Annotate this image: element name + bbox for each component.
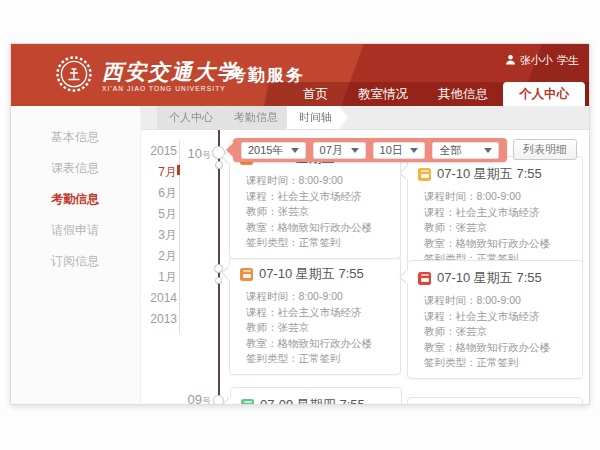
chevron-down-icon <box>410 148 418 153</box>
user-name: 张小小 <box>520 53 553 68</box>
user-role: 学生 <box>557 53 579 68</box>
day-marker-09: 09号 <box>163 390 211 405</box>
timeline-node[interactable] <box>215 161 223 169</box>
card-date: 07-10 星期五 7:55 <box>259 265 364 283</box>
nav-home[interactable]: 首页 <box>288 82 343 106</box>
card-field-course: 课程：社会主义市场经济 <box>418 205 572 221</box>
period-july[interactable]: 7月 <box>141 162 177 183</box>
card-field-teacher: 教师：张芸京 <box>418 324 572 340</box>
card-field-course: 课程：社会主义市场经济 <box>240 189 390 205</box>
sidebar: 基本信息 课表信息 考勤信息 请假申请 订阅信息 <box>11 106 141 404</box>
year-select[interactable]: 2015年 <box>241 142 306 159</box>
attendance-card[interactable]: 07-10 星期五 7:55 课程时间：8:00-9:00 课程：社会主义市场经… <box>407 260 583 379</box>
card-field-course: 课程：社会主义市场经济 <box>240 305 390 321</box>
card-date: 07-10 星期五 7:55 <box>437 165 542 183</box>
user-icon <box>505 54 516 67</box>
day-marker-10: 10号 <box>163 144 211 162</box>
breadcrumb-personal-center[interactable]: 个人中心 <box>157 106 229 129</box>
timeline-period-list: 2015 7月 6月 5月 3月 2月 1月 2014 2013 <box>141 141 177 330</box>
university-name-cn: 西安交通大学 <box>102 60 240 84</box>
day-select[interactable]: 10日 <box>373 142 426 159</box>
sidebar-item-subscription-info[interactable]: 订阅信息 <box>11 246 140 277</box>
card-field-type: 签到类型：正常签到 <box>418 355 572 371</box>
chevron-down-icon <box>484 148 492 153</box>
period-february[interactable]: 2月 <box>141 246 177 267</box>
card-field-time: 课程时间：8:00-9:00 <box>418 189 572 205</box>
calendar-icon <box>241 399 254 406</box>
sidebar-item-attendance-info[interactable]: 考勤信息 <box>11 184 140 215</box>
breadcrumb-attendance-info[interactable]: 考勤信息 <box>222 106 294 129</box>
card-field-type: 签到类型：正常签到 <box>240 235 390 251</box>
card-date: 07-10 星期五 7:55 <box>437 269 542 287</box>
calendar-icon <box>240 268 253 281</box>
period-june[interactable]: 6月 <box>141 183 177 204</box>
card-field-teacher: 教师：张芸京 <box>240 320 390 336</box>
calendar-icon <box>418 168 431 181</box>
card-field-room: 教室：格物致知行政办公楼 <box>240 336 390 352</box>
card-field-room: 教室：格物致知行政办公楼 <box>418 340 572 356</box>
month-select[interactable]: 07月 <box>313 142 366 159</box>
card-field-time: 课程时间：8:00-9:00 <box>240 289 390 305</box>
period-may[interactable]: 5月 <box>141 204 177 225</box>
timeline-node[interactable] <box>215 277 222 284</box>
card-field-teacher: 教师：张芸京 <box>418 220 572 236</box>
card-field-time: 课程时间：8:00-9:00 <box>240 173 390 189</box>
period-2013[interactable]: 2013 <box>141 309 177 330</box>
breadcrumb: 个人中心 考勤信息 时间轴 <box>141 106 589 130</box>
card-field-time: 课程时间：8:00-9:00 <box>418 293 572 309</box>
list-detail-button[interactable]: 列表明细 <box>513 139 577 160</box>
chevron-down-icon <box>291 148 299 153</box>
sidebar-item-basic-info[interactable]: 基本信息 <box>11 122 140 153</box>
period-2014[interactable]: 2014 <box>141 288 177 309</box>
card-field-room: 教室：格物致知行政办公楼 <box>240 220 390 236</box>
period-january[interactable]: 1月 <box>141 267 177 288</box>
app-window: 西安交通大学 XI'AN JIAO TONG UNIVERSITY 考勤服务 张… <box>10 43 590 405</box>
sidebar-item-leave-request[interactable]: 请假申请 <box>11 215 140 246</box>
attendance-card[interactable] <box>407 397 583 405</box>
card-field-teacher: 教师：张芸京 <box>240 204 390 220</box>
card-date: 07-09 星期四 7:55 <box>260 396 365 405</box>
card-field-course: 课程：社会主义市场经济 <box>418 309 572 325</box>
timeline-node[interactable] <box>213 395 224 405</box>
card-field-room: 教室：格物致知行政办公楼 <box>418 236 572 252</box>
chevron-down-icon <box>351 148 359 153</box>
main-nav: 首页 教室情况 其他信息 个人中心 <box>11 82 589 106</box>
attendance-card[interactable]: 07-10 星期五 7:55 课程时间：8:00-9:00 课程：社会主义市场经… <box>407 156 583 275</box>
nav-other-info[interactable]: 其他信息 <box>423 82 503 106</box>
timeline-node[interactable] <box>214 264 223 273</box>
calendar-icon <box>418 272 431 285</box>
header-banner: 西安交通大学 XI'AN JIAO TONG UNIVERSITY 考勤服务 张… <box>11 44 589 106</box>
card-field-type: 签到类型：正常签到 <box>240 351 390 367</box>
sidebar-item-schedule-info[interactable]: 课表信息 <box>11 153 140 184</box>
period-march[interactable]: 3月 <box>141 225 177 246</box>
filter-popover: 2015年 07月 10日 全部 <box>233 138 507 162</box>
attendance-card[interactable]: 07-09 星期四 7:55 <box>230 387 402 405</box>
nav-classrooms[interactable]: 教室情况 <box>343 82 423 106</box>
breadcrumb-timeline[interactable]: 时间轴 <box>287 106 348 129</box>
type-select[interactable]: 全部 <box>432 142 499 159</box>
current-period-marker <box>177 165 180 175</box>
nav-personal-center[interactable]: 个人中心 <box>503 82 585 106</box>
user-account[interactable]: 张小小 学生 <box>505 53 579 68</box>
attendance-card[interactable]: 07-10 星期五 7:55 课程时间：8:00-9:00 课程：社会主义市场经… <box>229 256 401 375</box>
